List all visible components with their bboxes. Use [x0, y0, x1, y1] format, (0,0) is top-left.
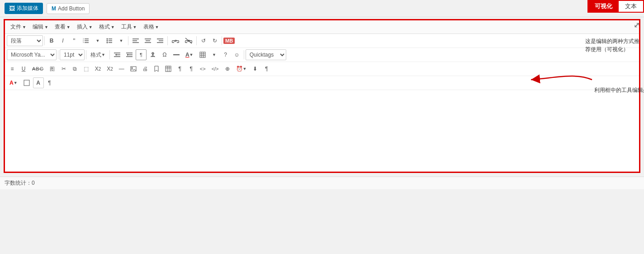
editor-container: 文件 ▼ 编辑 ▼ 查看 ▼ 插入 ▼ 格式 ▼ 工具 ▼ 表格 ▼ 段落 B … — [4, 19, 640, 173]
word-count-label: 字数统计： — [5, 180, 32, 186]
underline-button[interactable]: U — [18, 63, 29, 74]
toolbar-row-1: 段落 B I " 123 ▼ ▼ — [5, 34, 639, 48]
tab-text[interactable]: 文本 — [619, 1, 643, 12]
strikethrough-button[interactable]: ABC — [29, 63, 47, 74]
svg-rect-38 — [166, 66, 171, 72]
pilcrow-button[interactable]: ¶ — [175, 63, 185, 74]
font-size-select[interactable]: 11pt — [60, 49, 85, 60]
image-button[interactable]: 图 — [47, 63, 58, 74]
font-color-button[interactable]: A ▼ — [183, 49, 196, 60]
list-tb-button[interactable]: ≡ — [7, 63, 18, 74]
subscript-button[interactable]: X2 — [92, 63, 104, 74]
menu-format[interactable]: 格式 ▼ — [96, 22, 118, 32]
insert-image-button[interactable] — [128, 63, 139, 74]
paragraph-select[interactable]: 段落 — [7, 35, 43, 46]
copy-button[interactable]: ⧉ — [70, 63, 80, 74]
help-button[interactable]: ? — [220, 49, 231, 60]
unlink-button[interactable] — [182, 35, 195, 46]
hr-button[interactable] — [170, 49, 182, 60]
outdent-button[interactable] — [111, 49, 123, 60]
svg-point-6 — [107, 38, 108, 40]
nonbreaking-button[interactable]: ¶ — [136, 49, 147, 60]
mb-badge[interactable]: MB — [223, 38, 235, 44]
blockquote-button[interactable]: " — [69, 35, 80, 46]
word-count-value: 0 — [32, 180, 35, 186]
sep7 — [86, 50, 86, 59]
svg-rect-42 — [24, 80, 29, 86]
align-left-button[interactable] — [130, 35, 142, 46]
color-picker-button[interactable]: A ▼ — [7, 77, 20, 88]
insert-table-button[interactable] — [162, 63, 174, 74]
table-button[interactable] — [197, 49, 208, 60]
svg-rect-31 — [200, 52, 205, 58]
source-button[interactable]: <> — [197, 63, 208, 74]
bold-button[interactable]: B — [46, 35, 57, 46]
paste-button[interactable]: ⬚ — [81, 63, 92, 74]
editor-mode-tabs: 可视化 文本 — [587, 0, 644, 13]
cut-button[interactable]: ✂ — [58, 63, 69, 74]
menu-tools[interactable]: 工具 ▼ — [118, 22, 140, 32]
sep5 — [222, 36, 222, 45]
editor-menu-bar: 文件 ▼ 编辑 ▼ 查看 ▼ 插入 ▼ 格式 ▼ 工具 ▼ 表格 ▼ — [5, 20, 639, 34]
sep8 — [109, 50, 110, 59]
direction-button[interactable]: ¶ — [44, 77, 55, 88]
special-char-button[interactable]: Ω — [159, 49, 170, 60]
sep1 — [44, 36, 45, 45]
link-button[interactable] — [169, 35, 182, 46]
bookmark-button[interactable] — [151, 63, 162, 74]
plus-button[interactable]: ⊕ — [222, 63, 233, 74]
toolbar-row-4: A ▼ A ¶ — [5, 76, 639, 90]
pilcrow2-button[interactable]: ¶ — [186, 63, 197, 74]
menu-file[interactable]: 文件 ▼ — [8, 22, 29, 32]
table-dd-button[interactable]: ▼ — [209, 49, 220, 60]
emoji-button[interactable]: ☺ — [232, 49, 242, 60]
ol-dd-button[interactable]: ▼ — [92, 35, 103, 46]
quicktags-select[interactable]: Quicktags — [246, 49, 286, 60]
font-family-select[interactable]: Microsoft Ya... — [7, 49, 57, 60]
align-right-button[interactable] — [154, 35, 166, 46]
svg-text:3: 3 — [83, 41, 84, 43]
menu-insert[interactable]: 插入 ▼ — [74, 22, 95, 32]
align-center-button[interactable] — [142, 35, 154, 46]
sep4 — [196, 36, 197, 45]
menu-view[interactable]: 查看 ▼ — [52, 22, 73, 32]
ol-button[interactable]: 123 — [80, 35, 92, 46]
redo-button[interactable]: ↻ — [209, 35, 220, 46]
undo-button[interactable]: ↺ — [198, 35, 209, 46]
download-button[interactable]: ⬇ — [250, 63, 260, 74]
menu-table[interactable]: 表格 ▼ — [141, 22, 162, 32]
menu-edit[interactable]: 编辑 ▼ — [30, 22, 51, 32]
toolbar-row-2: Microsoft Ya... 11pt 格式 ▼ ¶ — [5, 48, 639, 62]
tab-visual[interactable]: 可视化 — [588, 1, 619, 12]
anchor-button[interactable] — [147, 49, 159, 60]
indent-button[interactable] — [123, 49, 135, 60]
svg-marker-28 — [127, 54, 129, 56]
hr-tb-button[interactable]: — — [116, 63, 127, 74]
rtl-button[interactable]: ¶ — [261, 63, 272, 74]
superscript-button[interactable]: X2 — [104, 63, 116, 74]
sep6 — [58, 50, 58, 59]
sep2 — [128, 36, 128, 45]
ul-dd-button[interactable]: ▼ — [116, 35, 127, 46]
add-button-btn[interactable]: M Add Button — [47, 3, 90, 14]
format-dropdown[interactable]: 格式 ▼ — [88, 49, 108, 60]
print-button[interactable]: 🖨 — [140, 63, 151, 74]
text-color-button2[interactable]: A — [33, 77, 44, 88]
toolbar-row-3: ≡ U ABC 图 ✂ ⧉ ⬚ X2 X2 — 🖨 — [5, 62, 639, 76]
add-media-button[interactable]: 🖼 添加媒体 — [5, 3, 43, 14]
time-dd-button[interactable]: ⏰ ▼ — [233, 63, 250, 74]
editor-footer: 字数统计：0 — [0, 177, 644, 189]
sep3 — [167, 36, 168, 45]
media-icon: 🖼 — [9, 5, 15, 12]
italic-button[interactable]: I — [57, 35, 68, 46]
svg-marker-24 — [115, 54, 117, 56]
svg-point-7 — [107, 40, 108, 42]
editor-content[interactable] — [5, 90, 639, 172]
highlight-button[interactable] — [21, 77, 33, 88]
sep9 — [244, 50, 244, 59]
add-button-label: Add Button — [58, 5, 85, 12]
ul-button[interactable] — [104, 35, 115, 46]
svg-point-37 — [131, 67, 133, 69]
svg-point-8 — [107, 42, 108, 43]
source2-button[interactable]: </> — [209, 63, 222, 74]
